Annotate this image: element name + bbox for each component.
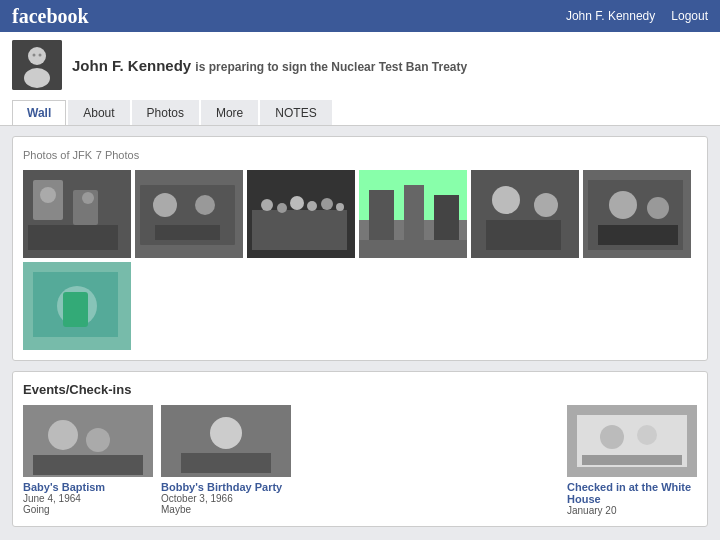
profile-nav: Wall About Photos More NOTES — [12, 100, 708, 125]
photo-thumb[interactable] — [583, 170, 691, 258]
spacer — [299, 405, 559, 516]
photos-section: Photos of JFK 7 Photos — [12, 136, 708, 361]
svg-point-20 — [277, 203, 287, 213]
events-grid: Baby's Baptism June 4, 1964 Going Bobby'… — [23, 405, 697, 516]
photo-thumb[interactable] — [135, 170, 243, 258]
svg-point-2 — [24, 68, 50, 88]
event-date: January 20 — [567, 505, 697, 516]
svg-point-1 — [28, 47, 46, 65]
event-item: Checked in at the White House January 20 — [567, 405, 697, 516]
svg-rect-43 — [63, 292, 88, 327]
profile-header: John F. Kennedy is preparing to sign the… — [0, 32, 720, 126]
svg-rect-47 — [33, 455, 143, 475]
svg-point-46 — [86, 428, 110, 452]
event-status: Going — [23, 504, 153, 515]
tab-notes[interactable]: NOTES — [260, 100, 331, 125]
main-content: Photos of JFK 7 Photos — [0, 126, 720, 540]
svg-point-49 — [210, 417, 242, 449]
svg-point-37 — [609, 191, 637, 219]
svg-point-32 — [492, 186, 520, 214]
topbar: facebook John F. Kennedy Logout — [0, 0, 720, 32]
logout-button[interactable]: Logout — [671, 9, 708, 23]
svg-rect-34 — [486, 220, 561, 250]
tab-more[interactable]: More — [201, 100, 258, 125]
event-thumb[interactable] — [23, 405, 153, 477]
photo-thumb[interactable] — [23, 262, 131, 350]
profile-top: John F. Kennedy is preparing to sign the… — [12, 40, 708, 90]
svg-rect-8 — [28, 225, 118, 250]
svg-point-54 — [637, 425, 657, 445]
tab-wall[interactable]: Wall — [12, 100, 66, 125]
events-section: Events/Check-ins Baby's Baptism June 4, … — [12, 371, 708, 527]
event-thumb[interactable] — [567, 405, 697, 477]
svg-point-13 — [153, 193, 177, 217]
event-thumb[interactable] — [161, 405, 291, 477]
svg-point-22 — [307, 201, 317, 211]
svg-point-3 — [33, 54, 36, 57]
avatar — [12, 40, 62, 90]
svg-rect-15 — [155, 225, 220, 240]
svg-point-4 — [39, 54, 42, 57]
svg-point-9 — [40, 187, 56, 203]
svg-rect-39 — [598, 225, 678, 245]
photo-thumb[interactable] — [359, 170, 467, 258]
photos-grid — [23, 170, 697, 350]
event-date: October 3, 1966 — [161, 493, 291, 504]
svg-point-14 — [195, 195, 215, 215]
svg-point-33 — [534, 193, 558, 217]
event-item: Baby's Baptism June 4, 1964 Going — [23, 405, 153, 516]
event-name: Bobby's Birthday Party — [161, 481, 291, 493]
tab-photos[interactable]: Photos — [132, 100, 199, 125]
event-date: June 4, 1964 — [23, 493, 153, 504]
event-name: Baby's Baptism — [23, 481, 153, 493]
tab-about[interactable]: About — [68, 100, 129, 125]
svg-rect-18 — [252, 210, 347, 250]
svg-point-38 — [647, 197, 669, 219]
svg-point-45 — [48, 420, 78, 450]
svg-point-24 — [336, 203, 344, 211]
photo-thumb[interactable] — [471, 170, 579, 258]
svg-rect-30 — [359, 240, 467, 258]
svg-point-19 — [261, 199, 273, 211]
photo-thumb[interactable] — [23, 170, 131, 258]
profile-name-status: John F. Kennedy is preparing to sign the… — [72, 57, 467, 74]
svg-point-53 — [600, 425, 624, 449]
svg-rect-50 — [181, 453, 271, 473]
topbar-profile-name: John F. Kennedy — [566, 9, 655, 23]
svg-point-10 — [82, 192, 94, 204]
event-name: Checked in at the White House — [567, 481, 697, 505]
photos-count: 7 Photos — [96, 149, 139, 161]
events-title: Events/Check-ins — [23, 382, 697, 397]
event-item: Bobby's Birthday Party October 3, 1966 M… — [161, 405, 291, 516]
svg-point-21 — [290, 196, 304, 210]
profile-status: is preparing to sign the Nuclear Test Ba… — [195, 60, 467, 74]
topbar-right: John F. Kennedy Logout — [566, 9, 708, 23]
photo-thumb[interactable] — [247, 170, 355, 258]
svg-rect-55 — [582, 455, 682, 465]
facebook-logo: facebook — [12, 5, 89, 28]
photos-title: Photos of JFK 7 Photos — [23, 147, 697, 162]
svg-point-23 — [321, 198, 333, 210]
event-status: Maybe — [161, 504, 291, 515]
profile-name: John F. Kennedy is preparing to sign the… — [72, 57, 467, 74]
